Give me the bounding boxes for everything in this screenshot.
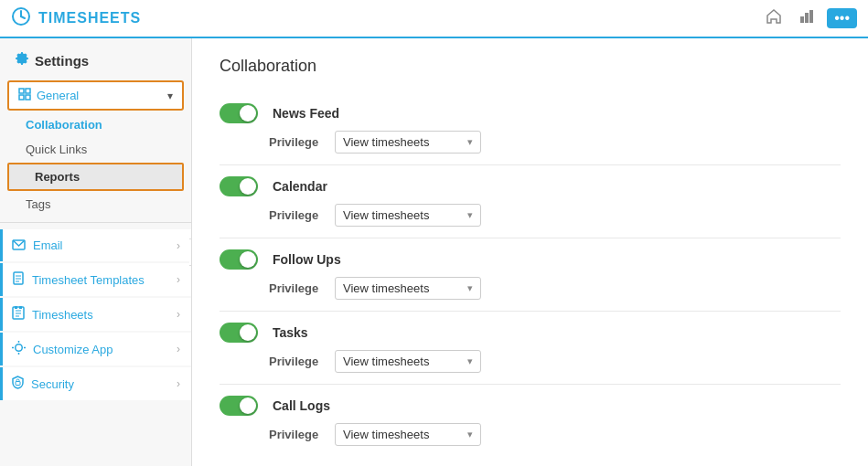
sidebar-divider-1 <box>0 222 191 223</box>
nav-arrow-email: › <box>177 239 180 252</box>
dropdown-arrow-icon: ▾ <box>467 282 473 294</box>
svg-line-2 <box>21 16 25 18</box>
collaboration-section: News Feed Privilege View timesheets ▾ Ca… <box>220 92 841 457</box>
topbar: TIMESHEETS ••• <box>0 0 868 38</box>
toggle-knob <box>240 105 256 122</box>
sidebar-item-quick-links[interactable]: Quick Links <box>0 137 191 162</box>
collab-item-name: Tasks <box>273 325 308 340</box>
sidebar-sub-menu: Collaboration Quick Links Reports Tags <box>0 112 191 217</box>
nav-arrow-sec: › <box>177 377 180 390</box>
sidebar-item-reports[interactable]: Reports <box>7 163 184 191</box>
svg-rect-8 <box>19 95 24 100</box>
toggle-switch[interactable] <box>220 176 258 196</box>
collab-row: Tasks <box>220 323 841 343</box>
toggle-switch[interactable] <box>220 249 258 270</box>
app-logo-icon <box>11 6 31 31</box>
page-title: Collaboration <box>220 57 841 76</box>
toggle-knob <box>240 178 256 195</box>
nav-arrow-ca: › <box>177 343 180 355</box>
sidebar-nav-timesheets[interactable]: Timesheets › <box>0 298 191 331</box>
dropdown-arrow-icon: ▾ <box>467 429 473 440</box>
privilege-label: Privilege <box>269 135 324 149</box>
app-title: TIMESHEETS <box>38 10 141 26</box>
svg-rect-19 <box>15 306 17 309</box>
collab-item-name: News Feed <box>273 106 339 121</box>
privilege-label: Privilege <box>269 428 324 441</box>
svg-rect-25 <box>16 382 20 386</box>
collab-item: News Feed Privilege View timesheets ▾ <box>220 92 841 165</box>
svg-rect-9 <box>26 95 30 100</box>
privilege-row: Privilege View timesheets ▾ <box>220 350 841 373</box>
privilege-label: Privilege <box>269 208 324 222</box>
security-icon <box>12 376 24 392</box>
timesheet-templates-icon <box>12 271 25 288</box>
toggle-knob <box>240 397 256 414</box>
sidebar-nav-timesheet-templates[interactable]: Timesheet Templates › <box>0 263 191 296</box>
timesheets-label: Timesheets <box>32 308 93 322</box>
collab-item: Follow Ups Privilege View timesheets ▾ <box>220 238 841 312</box>
privilege-select[interactable]: View timesheets ▾ <box>335 423 481 446</box>
topbar-right: ••• <box>761 4 857 34</box>
svg-rect-6 <box>19 89 24 93</box>
privilege-select[interactable]: View timesheets ▾ <box>335 131 481 154</box>
toggle-knob <box>240 251 256 268</box>
email-icon <box>12 238 26 253</box>
privilege-select[interactable]: View timesheets ▾ <box>335 204 481 227</box>
customize-app-icon <box>12 341 26 357</box>
toggle-switch[interactable] <box>220 396 258 416</box>
collab-item: Tasks Privilege View timesheets ▾ <box>220 312 841 385</box>
dropdown-arrow-icon: ▾ <box>467 355 473 367</box>
collab-item-name: Call Logs <box>273 398 330 413</box>
collab-item: Calendar Privilege View timesheets ▾ <box>220 165 841 238</box>
svg-rect-5 <box>809 10 813 23</box>
svg-rect-7 <box>26 89 30 93</box>
privilege-select[interactable]: View timesheets ▾ <box>335 277 481 300</box>
security-label: Security <box>31 377 74 391</box>
email-label: Email <box>33 238 63 252</box>
home-icon[interactable] <box>761 4 787 34</box>
toggle-switch[interactable] <box>220 323 258 343</box>
timesheet-templates-label: Timesheet Templates <box>32 273 145 287</box>
topbar-left: TIMESHEETS <box>11 6 141 31</box>
sidebar-item-tags[interactable]: Tags <box>0 192 191 217</box>
collab-row: Follow Ups <box>220 249 841 270</box>
privilege-select-value: View timesheets <box>343 135 429 149</box>
collab-row: Calendar <box>220 176 841 196</box>
svg-rect-20 <box>19 306 22 309</box>
sidebar-nav-email[interactable]: Email › <box>0 229 191 261</box>
sidebar: Settings General ▾ Collaboration Quick L… <box>0 38 192 466</box>
general-icon <box>18 88 31 103</box>
main-area: Settings General ▾ Collaboration Quick L… <box>0 38 868 466</box>
sidebar-item-collaboration[interactable]: Collaboration <box>0 112 191 137</box>
privilege-select[interactable]: View timesheets ▾ <box>335 350 481 373</box>
general-label: General <box>37 89 79 102</box>
collab-item-name: Follow Ups <box>273 252 341 267</box>
privilege-row: Privilege View timesheets ▾ <box>220 277 841 300</box>
general-dropdown-button[interactable]: General ▾ <box>7 80 184 111</box>
collab-item: Call Logs Privilege View timesheets ▾ <box>220 385 841 457</box>
sidebar-nav-security[interactable]: Security › <box>0 367 191 400</box>
content-area: Collaboration News Feed Privilege View t… <box>192 38 868 466</box>
sidebar-settings-header: Settings <box>0 38 191 77</box>
nav-arrow-tt: › <box>177 273 180 286</box>
chevron-down-icon: ▾ <box>167 90 173 102</box>
privilege-select-value: View timesheets <box>343 281 429 295</box>
privilege-select-value: View timesheets <box>343 208 429 222</box>
toggle-switch[interactable] <box>220 103 258 123</box>
privilege-row: Privilege View timesheets ▾ <box>220 423 841 446</box>
svg-rect-3 <box>800 16 804 23</box>
privilege-select-value: View timesheets <box>343 355 429 368</box>
privilege-row: Privilege View timesheets ▾ <box>220 204 841 227</box>
settings-icon <box>15 51 29 69</box>
collab-row: Call Logs <box>220 396 841 416</box>
collab-item-name: Calendar <box>273 179 327 194</box>
sidebar-nav-customize-app[interactable]: Customize App › <box>0 333 191 365</box>
customize-app-label: Customize App <box>33 343 113 356</box>
more-options-button[interactable]: ••• <box>827 8 857 28</box>
dropdown-arrow-icon: ▾ <box>467 136 473 148</box>
chart-icon[interactable] <box>794 4 820 34</box>
privilege-row: Privilege View timesheets ▾ <box>220 131 841 154</box>
sidebar-collapse-tab[interactable]: ‹ <box>189 238 192 266</box>
privilege-label: Privilege <box>269 355 324 368</box>
sidebar-settings-label: Settings <box>35 53 89 69</box>
